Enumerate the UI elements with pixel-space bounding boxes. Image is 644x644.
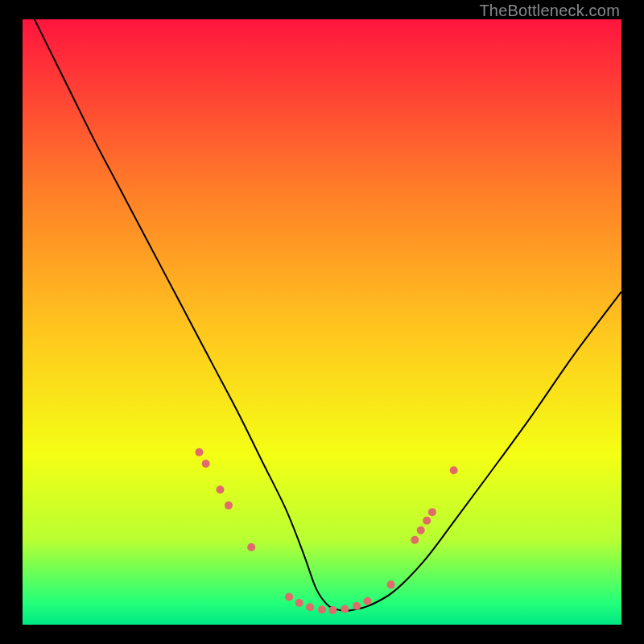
- bottleneck-chart: [23, 19, 621, 625]
- highlight-dot: [285, 592, 293, 601]
- highlight-dot: [247, 543, 255, 551]
- highlight-dot: [306, 603, 314, 611]
- highlight-dot: [353, 602, 361, 610]
- highlight-dot: [202, 460, 210, 468]
- highlight-dot: [195, 448, 203, 456]
- highlight-dot: [341, 605, 349, 613]
- highlight-dot: [387, 580, 395, 588]
- highlight-dot: [217, 485, 225, 493]
- highlight-dot: [328, 606, 336, 614]
- highlight-dot: [318, 605, 326, 613]
- highlight-dot: [417, 526, 425, 535]
- highlight-dot: [423, 517, 431, 525]
- highlight-dot: [411, 536, 419, 544]
- watermark-text: TheBottleneck.com: [479, 2, 620, 20]
- chart-frame: [23, 19, 621, 625]
- highlight-dot: [364, 597, 372, 605]
- chart-background: [23, 19, 621, 625]
- highlight-dot: [428, 508, 436, 516]
- highlight-dot: [295, 599, 303, 607]
- highlight-dot: [225, 502, 233, 510]
- highlight-dot: [450, 466, 458, 474]
